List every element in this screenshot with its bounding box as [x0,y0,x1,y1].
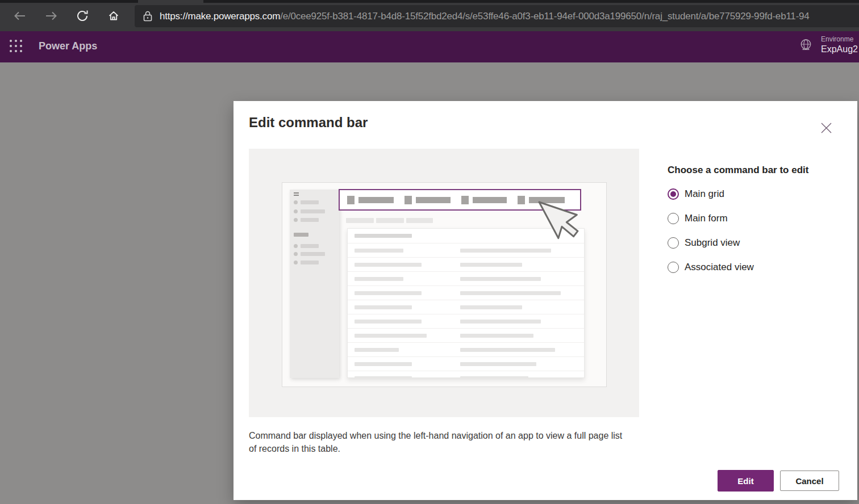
radio-label: Main form [685,213,728,224]
mock-sidebar-section [294,233,308,237]
url-host: https://make.powerapps.com [160,11,280,22]
browser-home-button[interactable] [102,4,126,28]
close-icon [820,122,832,134]
close-button[interactable] [820,121,832,134]
url-path: /e/0cee925f-b381-4817-b4d8-15f52fbd2ed4/… [280,11,809,22]
address-bar[interactable]: https://make.powerapps.com/e/0cee925f-b3… [135,5,859,27]
dialog-title: Edit command bar [249,115,368,131]
cursor-icon [537,200,588,262]
radio-circle [668,188,679,200]
illustration-panel [249,149,639,417]
browser-toolbar: https://make.powerapps.com/e/0cee925f-b3… [0,0,859,31]
browser-forward-button[interactable] [39,4,63,28]
radio-circle [668,262,679,273]
back-arrow-icon [13,9,27,23]
url-text: https://make.powerapps.com/e/0cee925f-b3… [160,11,810,22]
mock-view-tabs [346,218,433,223]
refresh-icon [76,9,89,23]
radio-label: Associated view [685,262,754,273]
edit-button[interactable]: Edit [718,470,774,492]
mock-window [282,182,607,387]
radio-circle [668,237,679,249]
radio-label: Subgrid view [685,237,740,249]
radio-option-main-form[interactable]: Main form [668,212,849,225]
mock-sidebar [290,190,339,378]
chooser-heading: Choose a command bar to edit [668,165,849,176]
edit-command-bar-dialog: Edit command bar Choose a command bar to… [233,101,857,500]
environment-label: Environme [821,35,858,44]
app-launcher-button[interactable] [10,40,24,54]
forward-arrow-icon [44,9,58,23]
browser-tab-strip [0,0,859,3]
home-icon [107,9,120,23]
browser-refresh-button[interactable] [70,4,94,28]
app-title: Power Apps [39,40,97,52]
radio-circle [668,213,679,224]
lock-icon [143,11,152,22]
powerapps-header: Power Apps Environme ExpAug2 [0,31,859,62]
description-text: Command bar displayed when using the lef… [249,429,628,455]
radio-option-subgrid-view[interactable]: Subgrid view [668,237,849,249]
command-bar-chooser: Choose a command bar to edit Main grid M… [668,165,849,285]
radio-option-main-grid[interactable]: Main grid [668,188,849,200]
browser-back-button[interactable] [8,4,32,28]
radio-label: Main grid [685,188,724,200]
radio-option-associated-view[interactable]: Associated view [668,261,849,274]
hamburger-icon [294,192,299,197]
environment-picker[interactable]: Environme ExpAug2 [798,35,859,55]
cancel-button[interactable]: Cancel [780,471,839,491]
globe-icon [798,37,814,53]
environment-name: ExpAug2 [821,44,858,55]
